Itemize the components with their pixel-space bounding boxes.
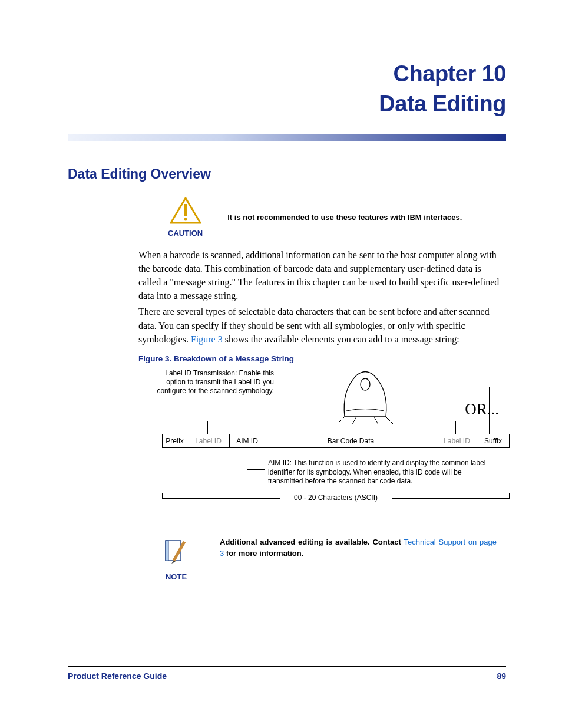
chars-callout: 00 - 20 Characters (ASCII) [162,493,510,502]
svg-point-3 [361,378,370,390]
cell-suffix: Suffix [477,434,509,447]
cell-prefix: Prefix [163,434,187,447]
caution-text: It is not recommended to use these featu… [227,213,462,222]
svg-rect-5 [166,541,168,561]
footer-page-number: 89 [497,671,506,681]
svg-point-2 [184,218,187,220]
cell-barcode: Bar Code Data [265,434,437,447]
cell-labelid: Label ID [187,434,230,447]
note-text-post: for more information. [224,549,303,558]
or-label: OR... [465,400,499,419]
body-text-span: shows the available elements you can add… [223,334,459,344]
chapter-heading: Chapter 10 Data Editing [68,59,506,120]
heading-rule [68,134,506,141]
cell-labelid2: Label ID [437,434,477,447]
message-string-row: Prefix Label ID AIM ID Bar Code Data Lab… [162,434,510,448]
message-string-diagram: Label ID Transmission: Enable this optio… [162,369,510,502]
note-text: Additional advanced editing is available… [220,537,497,559]
body-paragraph-1: When a barcode is scanned, additional in… [138,248,506,303]
chapter-title: Data Editing [68,89,506,119]
caution-triangle-icon [170,197,201,224]
cell-aimid: AIM ID [230,434,265,447]
labelid-callout: Label ID Transmission: Enable this optio… [156,369,274,396]
page-footer: Product Reference Guide 89 [68,666,506,681]
note-block: NOTE Additional advanced editing is avai… [162,537,506,581]
figure-caption: Figure 3. Breakdown of a Message String [138,354,506,363]
chapter-number: Chapter 10 [68,59,506,89]
notepad-pencil-icon [162,537,190,565]
note-label: NOTE [162,572,190,581]
section-heading: Data Editing Overview [68,166,506,182]
caution-block: CAUTION It is not recommended to use the… [168,197,506,238]
figure-link[interactable]: Figure 3 [191,334,223,344]
note-text-pre: Additional advanced editing is available… [220,538,404,546]
body-paragraph-2: There are several types of selectable da… [138,305,506,346]
scanner-icon [336,367,395,426]
footer-guide-title: Product Reference Guide [68,671,167,681]
aimid-callout: AIM ID: This function is used to identif… [268,459,486,486]
caution-label: CAUTION [168,229,203,238]
